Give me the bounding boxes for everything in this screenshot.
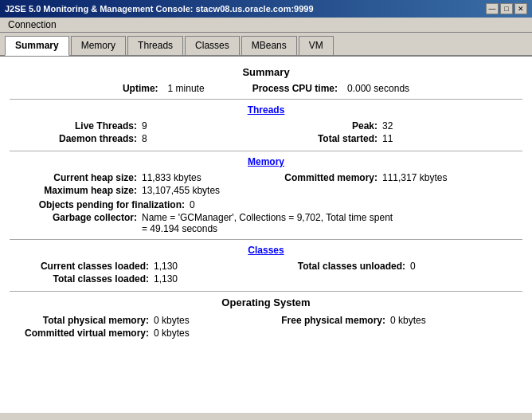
menu-connection[interactable]: Connection (3, 18, 61, 32)
committed-virtual-row: Committed virtual memory: 0 kbytes (10, 328, 266, 339)
classes-link[interactable]: Classes (10, 245, 522, 256)
tab-threads[interactable]: Threads (127, 36, 183, 55)
total-started-label: Total started: (266, 133, 377, 144)
committed-virtual-label: Committed virtual memory: (10, 328, 149, 339)
committed-memory-label: Committed memory: (266, 172, 377, 183)
daemon-threads-row: Daemon threads: 8 (10, 133, 266, 144)
tab-vm[interactable]: VM (299, 36, 334, 55)
divider-3 (10, 239, 522, 240)
uptime-value: 1 minute (168, 83, 205, 94)
current-classes-row: Current classes loaded: 1,130 (10, 261, 266, 272)
current-heap-value: 11,833 kbytes (142, 172, 221, 183)
threads-section: Live Threads: 9 Daemon threads: 8 Peak: … (10, 119, 522, 146)
close-button[interactable]: ✕ (514, 3, 527, 14)
peak-value: 32 (382, 120, 393, 131)
total-started-value: 11 (382, 133, 393, 144)
daemon-threads-label: Daemon threads: (10, 133, 137, 144)
threads-link[interactable]: Threads (10, 104, 522, 116)
free-physical-value: 0 kbytes (390, 315, 426, 326)
uptime-label: Uptime: (123, 83, 158, 94)
gc-value: Name = 'GCManager', Collections = 9,702,… (142, 212, 397, 234)
classes-section: Current classes loaded: 1,130 Total clas… (10, 259, 522, 286)
tab-bar: Summary Memory Threads Classes MBeans VM (0, 33, 532, 57)
current-heap-label: Current heap size: (10, 172, 137, 183)
max-heap-row: Maximum heap size: 13,107,455 kbytes (10, 185, 266, 196)
free-physical-label: Free physical memory: (266, 315, 385, 326)
free-physical-row: Free physical memory: 0 kbytes (266, 315, 522, 326)
objects-pending-label: Objects pending for finalization: (10, 199, 185, 210)
minimize-button[interactable]: — (486, 3, 499, 14)
max-heap-label: Maximum heap size: (10, 185, 137, 196)
window-controls: — □ ✕ (486, 3, 527, 14)
daemon-threads-value: 8 (142, 133, 221, 144)
os-title: Operating System (10, 296, 522, 308)
memory-link[interactable]: Memory (10, 156, 522, 167)
tab-classes[interactable]: Classes (185, 36, 240, 55)
content-area: Summary Uptime: 1 minute Process CPU tim… (0, 57, 532, 413)
total-classes-unloaded-value: 0 (410, 261, 416, 272)
total-physical-row: Total physical memory: 0 kbytes (10, 315, 266, 326)
uptime-row: Uptime: 1 minute Process CPU time: 0.000… (10, 83, 522, 94)
current-classes-label: Current classes loaded: (10, 261, 149, 272)
current-classes-value: 1,130 (154, 261, 233, 272)
total-physical-value: 0 kbytes (154, 315, 233, 326)
tab-memory[interactable]: Memory (71, 36, 126, 55)
live-threads-row: Live Threads: 9 (10, 120, 266, 131)
cpu-label: Process CPU time: (252, 83, 338, 94)
committed-memory-value: 111,317 kbytes (382, 172, 447, 183)
window-title: J2SE 5.0 Monitoring & Management Console… (5, 4, 314, 14)
committed-memory-row: Committed memory: 111,317 kbytes (266, 172, 522, 183)
gc-row: Garbage collector: Name = 'GCManager', C… (10, 212, 522, 234)
committed-virtual-value: 0 kbytes (154, 328, 233, 339)
cpu-value: 0.000 seconds (347, 83, 409, 94)
objects-pending-value: 0 (190, 199, 269, 210)
total-classes-unloaded-label: Total classes unloaded: (266, 261, 405, 272)
gc-label: Garbage collector: (10, 212, 137, 223)
menu-bar: Connection (0, 18, 532, 33)
os-memory-section: Total physical memory: 0 kbytes Committe… (10, 313, 522, 340)
objects-pending-row: Objects pending for finalization: 0 (10, 199, 522, 210)
peak-label: Peak: (266, 120, 377, 131)
memory-section: Current heap size: 11,833 kbytes Maximum… (10, 171, 522, 198)
summary-title: Summary (10, 66, 522, 78)
tab-mbeans[interactable]: MBeans (241, 36, 297, 55)
total-classes-label: Total classes loaded: (10, 273, 149, 285)
current-heap-row: Current heap size: 11,833 kbytes (10, 172, 266, 183)
divider-4 (10, 291, 522, 292)
total-physical-label: Total physical memory: (10, 315, 149, 326)
os-section: Operating System Total physical memory: … (10, 296, 522, 340)
tab-summary[interactable]: Summary (5, 36, 69, 56)
total-classes-value: 1,130 (154, 273, 233, 285)
divider-2 (10, 151, 522, 151)
total-classes-row: Total classes loaded: 1,130 (10, 273, 266, 285)
total-classes-unloaded-row: Total classes unloaded: 0 (266, 261, 522, 272)
title-bar: J2SE 5.0 Monitoring & Management Console… (0, 0, 532, 18)
total-started-row: Total started: 11 (266, 133, 522, 144)
divider-1 (10, 99, 522, 100)
maximize-button[interactable]: □ (500, 3, 513, 14)
peak-row: Peak: 32 (266, 120, 522, 131)
live-threads-label: Live Threads: (10, 120, 137, 131)
max-heap-value: 13,107,455 kbytes (142, 185, 221, 196)
live-threads-value: 9 (142, 120, 221, 131)
